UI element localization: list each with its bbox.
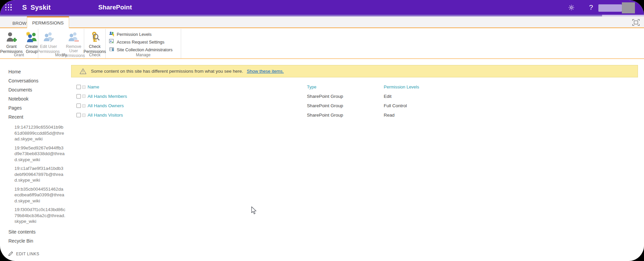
row-checkbox[interactable] — [76, 104, 81, 108]
ribbon-group-manage-label: Manage — [106, 53, 181, 57]
recent-thread-link[interactable]: 19:99e5ed9267e944ffb3d9e73beb8338dd@thre… — [14, 145, 65, 163]
table-row: All Hands Members SharePoint Group Edit — [76, 91, 546, 101]
group-permission-level: Edit — [384, 94, 458, 99]
access-request-settings-button[interactable]: Access Request Settings — [109, 39, 181, 45]
row-secondary-checkbox[interactable] — [82, 114, 86, 117]
grant-permissions-label-1: Grant — [6, 45, 17, 49]
sidebar-item-documents[interactable]: Documents — [8, 85, 67, 94]
group-type: SharePoint Group — [307, 103, 384, 108]
remove-user-permissions-label-1: Remove User — [62, 45, 85, 53]
syskit-logo-icon: S — [21, 4, 28, 11]
quick-launch-sidebar: Home Conversations Documents Notebook Pa… — [8, 67, 67, 257]
group-type: SharePoint Group — [307, 113, 384, 118]
permissions-table: Name Type Permission Levels All Hands Me… — [76, 82, 546, 120]
group-name-link[interactable]: All Hands Owners — [88, 103, 307, 108]
site-collection-administrators-label: Site Collection Administrators — [117, 47, 172, 52]
ribbon-group-grant: Grant Permissions — [0, 29, 38, 58]
column-header-type[interactable]: Type — [307, 84, 384, 89]
check-permissions-button[interactable]: Check Permissions — [83, 30, 107, 54]
permission-levels-icon — [109, 31, 115, 38]
mouse-cursor — [250, 206, 258, 216]
screen: S Syskit SharePoint ? BROWSE PERMISSIONS — [0, 0, 644, 261]
permission-levels-label: Permission Levels — [117, 32, 152, 37]
ribbon: Grant Permissions — [0, 29, 644, 59]
group-type: SharePoint Group — [307, 94, 384, 99]
user-name-redacted — [598, 4, 622, 12]
edit-user-permissions-label-1: Edit User — [40, 45, 57, 49]
suite-bar: S Syskit SharePoint ? — [0, 0, 644, 15]
sidebar-recent-heading: Recent — [8, 112, 67, 121]
row-secondary-checkbox[interactable] — [82, 94, 86, 98]
ribbon-group-grant-label: Grant — [0, 53, 38, 57]
remove-user-permissions-icon — [67, 30, 79, 44]
sidebar-item-recycle-bin[interactable]: Recycle Bin — [8, 237, 67, 246]
recent-thread-link[interactable]: 19:c1af7ae9f31a41bdb3debf909647897b@thre… — [14, 166, 65, 183]
pencil-icon — [8, 251, 13, 257]
warning-triangle-icon — [79, 68, 87, 74]
row-checkbox[interactable] — [76, 113, 81, 117]
focus-on-content-icon[interactable] — [632, 19, 640, 26]
group-name-link[interactable]: All Hands Members — [88, 94, 307, 99]
site-collection-administrators-button[interactable]: Site Collection Administrators — [109, 47, 181, 53]
group-permission-level: Full Control — [384, 103, 458, 108]
app-launcher-waffle-icon[interactable] — [5, 4, 12, 11]
user-avatar[interactable] — [622, 2, 635, 13]
syskit-brand[interactable]: S Syskit — [21, 0, 51, 15]
sharepoint-title: SharePoint — [98, 0, 132, 15]
group-permission-level: Read — [384, 113, 458, 118]
header-secondary-checkbox[interactable] — [82, 85, 86, 89]
sidebar-item-site-contents[interactable]: Site contents — [8, 227, 67, 237]
table-header-row: Name Type Permission Levels — [76, 82, 546, 91]
ribbon-group-modify: Edit User Permissions Remove User — [38, 29, 84, 58]
table-row: All Hands Owners SharePoint Group Full C… — [76, 101, 546, 110]
permission-levels-button[interactable]: Permission Levels — [109, 31, 181, 38]
sidebar-item-conversations[interactable]: Conversations — [8, 76, 67, 85]
edit-links-label: EDIT LINKS — [16, 252, 39, 256]
column-header-name[interactable]: Name — [88, 84, 307, 89]
access-request-settings-label: Access Request Settings — [117, 40, 164, 45]
row-checkbox[interactable] — [76, 94, 81, 99]
tab-permissions[interactable]: PERMISSIONS — [27, 16, 69, 28]
select-all-checkbox[interactable] — [76, 85, 81, 89]
edit-user-permissions-button[interactable]: Edit User Permissions — [36, 30, 61, 54]
check-permissions-icon — [89, 30, 101, 44]
syskit-brand-label: Syskit — [31, 4, 51, 11]
ribbon-tab-strip: BROWSE PERMISSIONS — [0, 16, 644, 28]
recent-thread-link[interactable]: 19:1471239c655041b9b61d08899ccdd85d@thre… — [14, 124, 65, 142]
create-group-icon — [25, 30, 38, 44]
ribbon-group-check-label: Check — [84, 53, 105, 57]
row-secondary-checkbox[interactable] — [82, 104, 86, 108]
show-these-items-link[interactable]: Show these items. — [247, 69, 284, 74]
sidebar-item-home[interactable]: Home — [8, 67, 67, 76]
recent-thread-link[interactable]: 19:f300d7f1c0c143bd86c79b84bcb36a2c@thre… — [14, 207, 65, 224]
recent-thread-link[interactable]: 19:b35cb0044551462daecdbea6ff9a0399@thre… — [14, 186, 65, 204]
table-row: All Hands Visitors SharePoint Group Read — [76, 111, 546, 120]
settings-gear-icon[interactable] — [568, 0, 575, 15]
ribbon-group-check: Check Permissions Check — [84, 29, 106, 58]
check-permissions-label-1: Check — [89, 45, 101, 49]
ribbon-group-modify-label: Modify — [38, 53, 84, 57]
sidebar-item-notebook[interactable]: Notebook — [8, 94, 67, 103]
sidebar-item-pages[interactable]: Pages — [8, 103, 67, 112]
create-group-label-1: Create — [25, 45, 38, 49]
banner-message: Some content on this site has different … — [91, 69, 243, 74]
help-button[interactable]: ? — [589, 0, 593, 15]
ribbon-group-manage: Permission Levels Access Request Setting… — [106, 29, 181, 58]
permissions-warning-banner: Some content on this site has different … — [71, 65, 638, 77]
site-collection-administrators-icon — [109, 47, 115, 53]
access-request-settings-icon — [109, 39, 115, 45]
group-name-link[interactable]: All Hands Visitors — [88, 113, 307, 118]
grant-permissions-button[interactable]: Grant Permissions — [0, 30, 24, 54]
column-header-permission-levels[interactable]: Permission Levels — [384, 84, 458, 89]
edit-user-permissions-icon — [43, 30, 55, 44]
edit-links-button[interactable]: EDIT LINKS — [8, 251, 67, 257]
grant-permissions-icon — [5, 30, 17, 44]
recent-list: 19:1471239c655041b9b61d08899ccdd85d@thre… — [14, 124, 65, 224]
browser-page: S Syskit SharePoint ? BROWSE PERMISSIONS — [0, 0, 644, 261]
